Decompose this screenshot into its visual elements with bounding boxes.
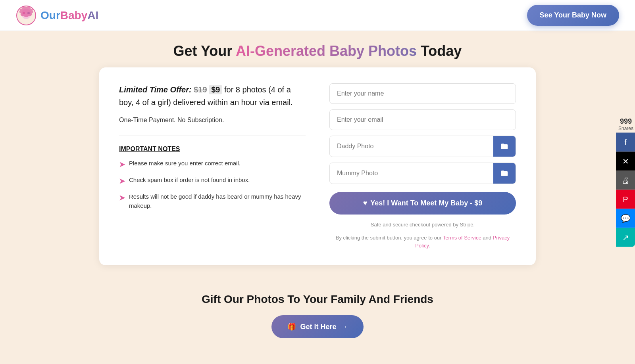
mummy-photo-input[interactable] — [330, 163, 493, 183]
important-notes-title: IMPORTANT NOTES — [119, 146, 306, 153]
shares-counter: 999 Shares — [618, 117, 635, 131]
offer-text: Limited Time Offer: $19 $9 for 8 photos … — [119, 83, 306, 109]
mummy-photo-field — [329, 163, 516, 184]
folder-icon — [500, 169, 508, 177]
pinterest-share-button[interactable]: P — [616, 190, 635, 209]
payment-note: One-Time Payment. No Subscription. — [119, 117, 306, 124]
right-panel: ♥ Yes! I Want To Meet My Baby - $9 Safe … — [329, 83, 516, 249]
folder-icon — [500, 142, 508, 150]
get-it-here-button[interactable]: 🎁 Get It Here → — [271, 315, 363, 338]
terms-text: By clicking the submit button, you agree… — [329, 234, 516, 249]
terms-of-service-link[interactable]: Terms of Service — [443, 235, 481, 241]
main-card: Limited Time Offer: $19 $9 for 8 photos … — [99, 67, 536, 265]
messenger-share-button[interactable]: 💬 — [616, 209, 635, 228]
gift-section: Gift Our Photos To Your Family And Frien… — [0, 281, 635, 354]
generic-share-button[interactable]: ↗ — [616, 228, 635, 247]
logo-text: OurBabyAI — [40, 9, 98, 22]
gift-title: Gift Our Photos To Your Family And Frien… — [8, 293, 627, 306]
daddy-photo-upload-button[interactable] — [493, 136, 516, 157]
hero-title: Get Your AI-Generated Baby Photos Today — [0, 31, 635, 67]
twitter-share-button[interactable]: ✕ — [616, 152, 635, 171]
daddy-photo-field — [329, 136, 516, 157]
left-panel: Limited Time Offer: $19 $9 for 8 photos … — [119, 83, 306, 249]
submit-button[interactable]: ♥ Yes! I Want To Meet My Baby - $9 — [329, 192, 516, 215]
daddy-photo-input[interactable] — [330, 136, 493, 156]
name-input[interactable] — [329, 83, 516, 104]
mummy-photo-upload-button[interactable] — [493, 163, 516, 184]
email-input[interactable] — [329, 109, 516, 130]
header: OurBabyAI See Your Baby Now — [0, 0, 635, 31]
secure-text: Safe and secure checkout powered by Stri… — [329, 222, 516, 228]
social-sidebar: 999 Shares f ✕ 🖨 P 💬 ↗ — [616, 117, 635, 247]
facebook-share-button[interactable]: f — [616, 133, 635, 152]
logo-icon — [16, 5, 37, 26]
see-baby-now-button[interactable]: See Your Baby Now — [527, 5, 619, 26]
shares-count: 999 — [618, 117, 633, 126]
gift-icon: 🎁 — [287, 322, 296, 331]
chevron-icon: ➤ — [119, 193, 125, 203]
logo: OurBabyAI — [16, 5, 98, 26]
print-share-button[interactable]: 🖨 — [616, 171, 635, 190]
shares-label: Shares — [618, 126, 633, 131]
list-item: ➤ Check spam box if order is not found i… — [119, 176, 306, 187]
heart-icon: ♥ — [363, 199, 368, 207]
chevron-icon: ➤ — [119, 159, 125, 170]
chevron-icon: ➤ — [119, 176, 125, 187]
list-item: ➤ Results will not be good if daddy has … — [119, 192, 306, 210]
divider — [119, 136, 306, 136]
notes-list: ➤ Please make sure you enter correct ema… — [119, 159, 306, 210]
list-item: ➤ Please make sure you enter correct ema… — [119, 159, 306, 170]
